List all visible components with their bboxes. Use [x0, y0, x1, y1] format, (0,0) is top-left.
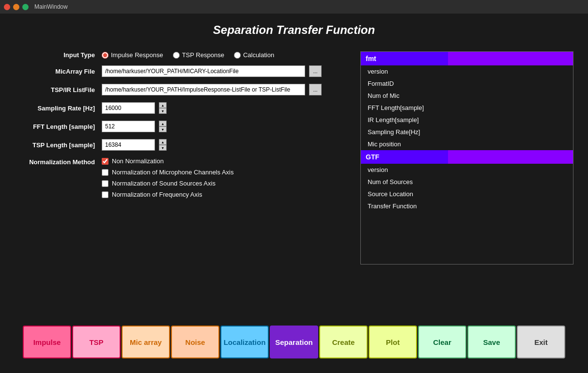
tree-item-version-gtf[interactable]: version — [361, 164, 573, 176]
norm-option-0[interactable]: Non Normalization — [102, 157, 233, 165]
tree-item-transfer-function[interactable]: Transfer Function — [361, 200, 573, 212]
mic-array-file-label: MicArray File — [15, 68, 102, 75]
exit-button[interactable]: Exit — [517, 326, 565, 358]
separation-button[interactable]: Separation — [270, 326, 318, 358]
tree-container[interactable]: fmt version FormatID Num of Mic FFT Leng… — [360, 51, 573, 264]
norm-option-1[interactable]: Normalization of Microphone Channels Axi… — [102, 169, 233, 176]
button-bar: Impulse TSP Mic array Noise Localization… — [15, 318, 573, 363]
right-panel: fmt version FormatID Num of Mic FFT Leng… — [360, 51, 573, 318]
norm-option-3[interactable]: Normalization of Frequency Axis — [102, 191, 233, 198]
radio-tsp-label: TSP Response — [182, 51, 224, 59]
norm-option-2-label: Normalization of Sound Sources Axis — [112, 180, 216, 187]
plot-button[interactable]: Plot — [369, 326, 417, 358]
form-area: Input Type Impulse Response TSP Response… — [15, 51, 573, 318]
sampling-rate-up[interactable]: ▲ — [159, 102, 167, 108]
radio-tsp[interactable]: TSP Response — [173, 51, 224, 59]
tsp-length-input[interactable] — [102, 139, 155, 151]
tree-item-num-of-mic[interactable]: Num of Mic — [361, 90, 573, 102]
fft-length-label: FFT Length [sample] — [15, 123, 102, 130]
norm-option-3-label: Normalization of Frequency Axis — [112, 191, 202, 198]
left-panel: Input Type Impulse Response TSP Response… — [15, 51, 351, 318]
main-content: Separation Transfer Function Input Type … — [0, 14, 588, 373]
sampling-rate-controls: ▲ ▼ — [102, 102, 167, 114]
fft-length-down[interactable]: ▼ — [159, 126, 167, 132]
sampling-rate-down[interactable]: ▼ — [159, 108, 167, 114]
tsp-length-spinner: ▲ ▼ — [159, 139, 167, 151]
tree-item-sampling-rate-hz[interactable]: Sampling Rate[Hz] — [361, 126, 573, 138]
mic-array-file-row: MicArray File ... — [15, 65, 351, 77]
input-type-row: Input Type Impulse Response TSP Response… — [15, 51, 351, 59]
input-type-label: Input Type — [15, 51, 102, 59]
tree-group-gtf-label: GTF — [361, 150, 448, 164]
tree-group-fmt-header: fmt — [361, 52, 573, 65]
noise-button[interactable]: Noise — [171, 326, 219, 358]
sampling-rate-label: Sampling Rate [Hz] — [15, 105, 102, 112]
fft-length-controls: ▲ ▼ — [102, 121, 167, 132]
tree-item-mic-position[interactable]: Mic position — [361, 138, 573, 150]
fft-length-up[interactable]: ▲ — [159, 121, 167, 126]
normalization-label: Normalization Method — [15, 157, 102, 166]
tree-group-fmt-label: fmt — [361, 52, 448, 65]
tsp-length-row: TSP Length [sample] ▲ ▼ — [15, 139, 351, 151]
fft-length-spinner: ▲ ▼ — [159, 121, 167, 132]
tsp-ir-listfile-input[interactable] — [102, 84, 305, 95]
tree-item-num-of-sources[interactable]: Num of Sources — [361, 176, 573, 188]
tree-item-source-location[interactable]: Source Location — [361, 188, 573, 200]
title-bar: MainWindow — [0, 0, 588, 14]
tsp-button[interactable]: TSP — [72, 326, 121, 358]
norm-option-2[interactable]: Normalization of Sound Sources Axis — [102, 180, 233, 187]
tsp-ir-listfile-label: TSP/IR ListFile — [15, 86, 102, 93]
page-title: Separation Transfer Function — [15, 23, 573, 37]
normalization-section: Normalization Method Non Normalization N… — [15, 157, 351, 198]
localization-button[interactable]: Localization — [220, 326, 269, 358]
radio-impulse[interactable]: Impulse Response — [102, 51, 163, 59]
sampling-rate-row: Sampling Rate [Hz] ▲ ▼ — [15, 102, 351, 114]
create-button[interactable]: Create — [319, 326, 368, 358]
mic-array-browse-button[interactable]: ... — [309, 65, 322, 77]
tree-group-gtf-header: GTF — [361, 150, 573, 164]
tsp-length-up[interactable]: ▲ — [159, 139, 167, 145]
sampling-rate-input[interactable] — [102, 102, 155, 114]
maximize-button[interactable] — [22, 4, 29, 10]
mic-array-button[interactable]: Mic array — [122, 326, 170, 358]
tsp-ir-browse-button[interactable]: ... — [309, 84, 322, 95]
input-type-controls: Impulse Response TSP Response Calculatio… — [102, 51, 274, 59]
mic-array-file-controls: ... — [102, 65, 322, 77]
tsp-ir-listfile-controls: ... — [102, 84, 322, 95]
tree-group-fmt-bar — [448, 52, 573, 65]
radio-calculation[interactable]: Calculation — [234, 51, 274, 59]
normalization-options: Non Normalization Normalization of Micro… — [102, 157, 233, 198]
sampling-rate-spinner: ▲ ▼ — [159, 102, 167, 114]
save-button[interactable]: Save — [467, 326, 516, 358]
radio-calculation-label: Calculation — [243, 51, 274, 59]
fft-length-row: FFT Length [sample] ▲ ▼ — [15, 121, 351, 132]
impulse-button[interactable]: Impulse — [23, 326, 71, 358]
tree-item-ir-length-sample[interactable]: IR Length[sample] — [361, 114, 573, 126]
tree-item-version-fmt[interactable]: version — [361, 65, 573, 78]
window-title: MainWindow — [34, 3, 68, 10]
tsp-length-label: TSP Length [sample] — [15, 141, 102, 149]
fft-length-input[interactable] — [102, 121, 155, 132]
minimize-button[interactable] — [13, 4, 19, 10]
radio-impulse-label: Impulse Response — [111, 51, 163, 59]
tsp-ir-listfile-row: TSP/IR ListFile ... — [15, 84, 351, 95]
tsp-length-controls: ▲ ▼ — [102, 139, 167, 151]
tree-item-fft-length-sample[interactable]: FFT Length[sample] — [361, 102, 573, 114]
norm-option-0-label: Non Normalization — [112, 157, 164, 165]
close-button[interactable] — [4, 4, 10, 10]
clear-button[interactable]: Clear — [418, 326, 466, 358]
mic-array-file-input[interactable] — [102, 65, 305, 77]
tree-item-formatid[interactable]: FormatID — [361, 78, 573, 90]
tsp-length-down[interactable]: ▼ — [159, 145, 167, 151]
norm-option-1-label: Normalization of Microphone Channels Axi… — [112, 169, 233, 176]
tree-group-gtf-bar — [448, 150, 573, 164]
